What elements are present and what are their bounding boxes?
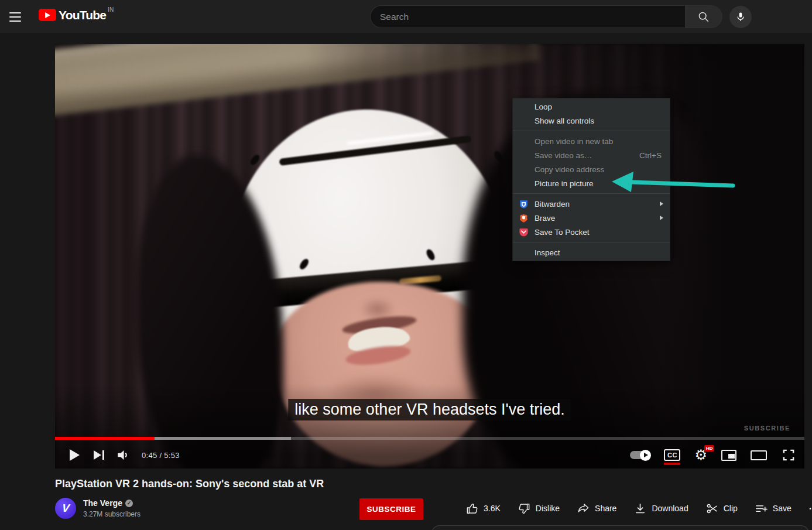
subtitle-caption: like some other VR headsets I've tried. (288, 399, 571, 420)
context-menu: Loop Show all controls Open video in new… (512, 98, 670, 261)
share-button[interactable]: Share (577, 502, 616, 515)
brave-icon (519, 213, 529, 223)
menu-item-open-video-new-tab[interactable]: Open video in new tab (513, 134, 670, 148)
like-count: 3.6K (484, 504, 501, 513)
search-icon (697, 11, 710, 23)
progress-bar[interactable] (55, 437, 804, 440)
submenu-arrow-icon (660, 216, 663, 220)
bitwarden-icon (519, 199, 529, 209)
play-icon (70, 449, 80, 461)
shortcut-label: Ctrl+S (639, 151, 662, 160)
menu-item-copy-video-address[interactable]: Copy video address (513, 162, 670, 176)
channel-name[interactable]: The Verge (83, 498, 122, 508)
share-icon (577, 502, 590, 515)
menu-item-brave[interactable]: Brave (513, 211, 670, 225)
like-button[interactable]: 3.6K (465, 502, 501, 515)
youtube-page: YouTube IN (0, 0, 812, 530)
search-button[interactable] (685, 5, 722, 28)
menu-item-inspect[interactable]: Inspect (513, 245, 670, 259)
channel-avatar[interactable]: V (55, 498, 76, 519)
volume-icon (116, 447, 131, 463)
play-button[interactable] (62, 443, 87, 467)
channel-watermark[interactable]: SUBSCRIBE (744, 425, 790, 432)
scissors-icon (705, 502, 719, 515)
verified-badge-icon: ✓ (125, 500, 133, 507)
autoplay-toggle[interactable] (630, 451, 650, 459)
video-player[interactable]: like some other VR headsets I've tried. … (55, 44, 804, 469)
clip-button[interactable]: Clip (705, 502, 738, 515)
menu-item-picture-in-picture[interactable]: Picture in picture (513, 176, 670, 190)
menu-separator (513, 242, 670, 242)
cc-icon: CC (664, 449, 680, 461)
more-actions-button[interactable]: ⋯ (808, 501, 812, 515)
next-button[interactable] (87, 443, 111, 467)
menu-item-bitwarden[interactable]: Bitwarden (513, 197, 670, 211)
fullscreen-button[interactable] (781, 447, 796, 463)
video-title: PlayStation VR 2 hands-on: Sony's second… (55, 478, 324, 490)
thumbs-up-icon (465, 502, 479, 515)
menu-item-show-all-controls[interactable]: Show all controls (513, 114, 670, 128)
dislike-button[interactable]: Dislike (518, 502, 560, 515)
playlist-add-icon (755, 502, 768, 515)
youtube-wordmark: YouTube (59, 9, 106, 21)
save-button[interactable]: Save (755, 502, 792, 515)
hamburger-menu-icon[interactable] (9, 9, 26, 23)
region-badge: IN (108, 7, 114, 13)
microphone-icon (735, 11, 746, 23)
menu-item-save-to-pocket[interactable]: Save To Pocket (513, 225, 670, 239)
volume-button[interactable] (111, 443, 136, 467)
time-display: 0:45 / 5:53 (142, 451, 180, 460)
autoplay-knob-icon (640, 450, 651, 461)
download-button[interactable]: Download (633, 502, 688, 515)
pocket-icon (519, 227, 529, 237)
subscriber-count: 3.27M subscribers (83, 510, 141, 518)
theater-mode-button[interactable] (751, 450, 767, 460)
miniplayer-button[interactable] (721, 450, 736, 461)
thumbs-down-icon (518, 502, 531, 515)
voice-search-button[interactable] (729, 6, 752, 28)
played-bar (55, 437, 155, 440)
subscribe-button[interactable]: SUBSCRIBE (359, 498, 423, 520)
youtube-logo[interactable]: YouTube IN (39, 9, 114, 21)
youtube-play-icon (39, 9, 56, 21)
panel-top-edge (431, 525, 809, 530)
captions-button[interactable]: CC (664, 449, 680, 461)
settings-button[interactable]: ⚙ HD (694, 448, 707, 462)
download-icon (633, 502, 647, 515)
menu-item-loop[interactable]: Loop (513, 100, 670, 114)
menu-separator (513, 193, 670, 194)
search-input[interactable] (370, 5, 685, 28)
top-header: YouTube IN (0, 0, 812, 33)
hd-quality-badge: HD (704, 445, 714, 452)
submenu-arrow-icon (660, 201, 663, 206)
next-icon (94, 450, 104, 460)
menu-separator (513, 131, 670, 131)
menu-item-save-video-as[interactable]: Save video as… Ctrl+S (513, 148, 670, 162)
